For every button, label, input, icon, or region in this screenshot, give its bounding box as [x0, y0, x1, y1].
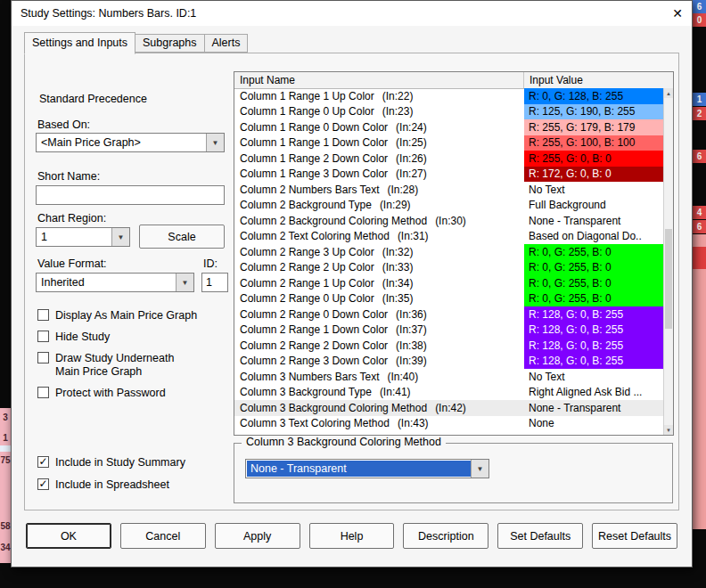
scroll-up-icon[interactable]: ▲: [664, 88, 673, 98]
input-name-header[interactable]: Input Name: [234, 72, 524, 88]
input-row[interactable]: Column 3 Numbers Bars Text(In:40)No Text: [234, 369, 663, 385]
input-name-cell: Column 1 Range 2 Down Color(In:26): [234, 151, 524, 167]
checkbox-box[interactable]: [37, 309, 49, 321]
input-value-cell: R: 128, G: 0, B: 255: [524, 354, 663, 370]
groupbox-title: Column 3 Background Coloring Method: [242, 436, 446, 448]
title-bar[interactable]: Study Settings: Numbers Bars. ID:1 ✕: [12, 1, 692, 26]
settings-panel: Standard Precedence Based On: <Main Pric…: [24, 53, 679, 510]
short-name-input[interactable]: [36, 185, 225, 205]
scrollbar-thumb[interactable]: [665, 229, 672, 329]
based-on-label: Based On:: [37, 118, 90, 131]
chart-cell: 75: [0, 453, 11, 467]
reset-defaults-button[interactable]: Reset Defaults: [592, 523, 677, 549]
input-row[interactable]: Column 2 Range 3 Down Color(In:39)R: 128…: [234, 354, 663, 370]
chevron-down-icon[interactable]: ▼: [471, 460, 488, 478]
based-on-value: <Main Price Graph>: [37, 134, 206, 151]
checkbox-label: Include in Study Summary: [55, 456, 185, 470]
input-name-cell: Column 2 Background Type(In:29): [234, 198, 524, 214]
chevron-down-icon[interactable]: ▼: [206, 134, 224, 151]
help-button[interactable]: Help: [309, 523, 395, 549]
input-row[interactable]: Column 3 Background Type(In:41)Right Ali…: [234, 385, 663, 401]
table-scrollbar[interactable]: ▲ ▼: [663, 88, 673, 435]
left-edge-chart-cells: 31755834: [0, 0, 11, 588]
chart-cell: 6: [693, 0, 706, 13]
input-row[interactable]: Column 2 Range 1 Down Color(In:37)R: 128…: [234, 323, 663, 339]
input-row[interactable]: Column 1 Range 1 Up Color(In:22)R: 0, G:…: [234, 88, 663, 104]
chart-cell: 3: [0, 411, 11, 424]
set-defaults-button[interactable]: Set Defaults: [497, 523, 583, 549]
checkbox-protect-with-password[interactable]: Protect with Password: [37, 387, 226, 400]
input-row[interactable]: Column 2 Background Type(In:29)Full Back…: [234, 198, 663, 214]
input-row[interactable]: Column 1 Range 0 Up Color(In:23)R: 125, …: [234, 104, 663, 120]
input-name-cell: Column 2 Range 0 Up Color(In:35): [234, 291, 524, 307]
input-value-cell: R: 128, G: 0, B: 255: [524, 323, 663, 339]
input-name-cell: Column 2 Numbers Bars Text(In:28): [234, 182, 524, 198]
tab-alerts[interactable]: Alerts: [204, 34, 249, 53]
scale-button[interactable]: Scale: [139, 225, 225, 249]
id-input[interactable]: [201, 273, 228, 292]
checkbox-box[interactable]: [37, 331, 49, 342]
checkbox-draw-study-underneath-main-price-graph[interactable]: Draw Study Underneath Main Price Graph: [37, 352, 226, 379]
input-row[interactable]: Column 2 Numbers Bars Text(In:28)No Text: [234, 182, 663, 198]
dialog-title: Study Settings: Numbers Bars. ID:1: [21, 7, 196, 20]
input-row[interactable]: Column 1 Range 2 Down Color(In:26)R: 255…: [234, 151, 663, 167]
input-value-cell: R: 128, G: 0, B: 255: [524, 306, 663, 323]
input-row[interactable]: Column 2 Range 2 Up Color(In:33)R: 0, G:…: [234, 260, 663, 276]
chart-region-label: Chart Region:: [37, 212, 106, 225]
input-row[interactable]: Column 1 Range 1 Down Color(In:25)R: 255…: [234, 135, 663, 151]
study-settings-dialog: Study Settings: Numbers Bars. ID:1 ✕ Set…: [11, 0, 693, 568]
apply-button[interactable]: Apply: [215, 523, 300, 549]
checkbox-box[interactable]: ✓: [37, 478, 49, 490]
chart-cell: 1: [693, 93, 706, 106]
ok-button[interactable]: OK: [26, 523, 111, 549]
column3-bg-coloring-select[interactable]: None - Transparent ▼: [245, 459, 489, 478]
chevron-down-icon[interactable]: ▼: [111, 228, 129, 246]
input-row[interactable]: Column 1 Range 3 Down Color(In:27)R: 172…: [234, 167, 663, 183]
value-format-label: Value Format:: [37, 257, 107, 270]
input-row[interactable]: Column 2 Range 0 Down Color(In:36)R: 128…: [234, 306, 663, 323]
close-icon[interactable]: ✕: [672, 7, 683, 20]
input-row[interactable]: Column 2 Text Coloring Method(In:31)Base…: [234, 229, 663, 245]
tab-settings-and-inputs[interactable]: Settings and Inputs: [24, 32, 135, 54]
input-row[interactable]: Column 2 Range 2 Down Color(In:38)R: 128…: [234, 338, 663, 354]
checkbox-display-as-main-price-graph[interactable]: Display As Main Price Graph: [37, 309, 226, 323]
checkbox-box[interactable]: ✓: [37, 456, 49, 468]
inputs-table-header: Input Name Input Value: [234, 72, 673, 89]
standard-precedence-label: Standard Precedence: [39, 93, 147, 105]
cancel-button[interactable]: Cancel: [120, 523, 206, 549]
input-name-cell: Column 2 Range 1 Up Color(In:34): [234, 275, 524, 291]
chart-region-select[interactable]: 1 ▼: [36, 227, 130, 247]
input-row[interactable]: Column 2 Background Coloring Method(In:3…: [234, 213, 663, 229]
input-row[interactable]: Column 1 Range 0 Down Color(In:24)R: 255…: [234, 119, 663, 135]
include-checkboxes: ✓Include in Study Summary✓Include in Spr…: [37, 456, 234, 492]
input-value-cell: R: 172, G: 0, B: 0: [524, 167, 663, 183]
input-value-cell: R: 255, G: 0, B: 0: [524, 151, 663, 167]
checkbox-box[interactable]: [37, 387, 49, 398]
input-row[interactable]: Column 2 Range 1 Up Color(In:34)R: 0, G:…: [234, 275, 663, 291]
input-value-cell: R: 0, G: 128, B: 255: [524, 88, 663, 104]
based-on-select[interactable]: <Main Price Graph> ▼: [36, 133, 225, 152]
chevron-down-icon[interactable]: ▼: [176, 274, 193, 291]
input-row[interactable]: Column 3 Background Coloring Method(In:4…: [234, 400, 663, 416]
checkbox-include-in-spreadsheet[interactable]: ✓Include in Spreadsheet: [37, 478, 234, 492]
checkbox-label: Include in Spreadsheet: [55, 478, 169, 492]
scroll-down-icon[interactable]: ▼: [664, 425, 673, 435]
chart-cell: 1: [0, 431, 11, 445]
input-row[interactable]: Column 3 Text Coloring Method(In:43)None: [234, 416, 663, 432]
input-name-cell: Column 2 Background Coloring Method(In:3…: [234, 213, 524, 229]
tab-subgraphs[interactable]: Subgraphs: [135, 34, 204, 53]
input-row[interactable]: Column 2 Range 3 Up Color(In:32)R: 0, G:…: [234, 244, 663, 260]
checkbox-include-in-study-summary[interactable]: ✓Include in Study Summary: [37, 456, 234, 470]
checkbox-hide-study[interactable]: Hide Study: [37, 331, 226, 344]
checkbox-label: Draw Study Underneath Main Price Graph: [55, 352, 174, 379]
chart-cell: 34: [0, 541, 11, 554]
checkbox-box[interactable]: [37, 352, 49, 363]
input-row[interactable]: Column 2 Range 0 Up Color(In:35)R: 0, G:…: [234, 291, 663, 307]
input-value-header[interactable]: Input Value: [524, 72, 673, 88]
id-label: ID:: [203, 257, 218, 270]
value-format-select[interactable]: Inherited ▼: [36, 273, 194, 292]
description-button[interactable]: Description: [403, 523, 488, 549]
value-format-value: Inherited: [37, 274, 176, 291]
inputs-table: Input Name Input Value Column 1 Range 1 …: [234, 71, 674, 436]
input-value-cell: R: 125, G: 190, B: 255: [524, 104, 663, 120]
